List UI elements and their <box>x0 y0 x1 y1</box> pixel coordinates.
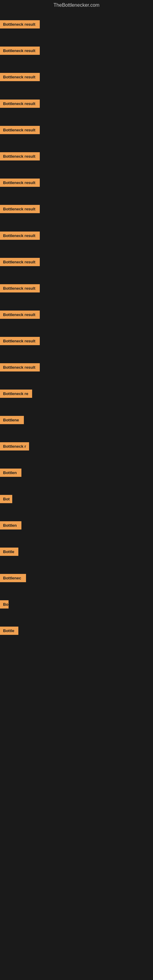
bottleneck-result-badge[interactable]: Bottleneck result <box>0 178 40 187</box>
bottleneck-row: Bottleneck result <box>0 20 153 30</box>
bottleneck-result-badge[interactable]: Bottleneck result <box>0 205 40 213</box>
bottleneck-result-badge[interactable]: Bottleneck r <box>0 442 29 450</box>
bottleneck-result-badge[interactable]: Bottleneck result <box>0 100 40 108</box>
bottleneck-result-badge[interactable]: Bottlene <box>0 416 24 424</box>
bottleneck-row: Bottleneck result <box>0 73 153 83</box>
bottleneck-row: Bottleneck result <box>0 258 153 267</box>
bottleneck-row: Bottleneck result <box>0 363 153 373</box>
bottleneck-result-badge[interactable]: Bottlen <box>0 469 21 477</box>
bottleneck-row: Bottle <box>0 627 153 636</box>
bottleneck-row: Bottleneck result <box>0 152 153 162</box>
bottleneck-result-badge[interactable]: Bottleneck result <box>0 232 40 240</box>
site-title: TheBottlenecker.com <box>0 0 153 10</box>
bottleneck-row: Bottleneck result <box>0 178 153 188</box>
bottleneck-row: Bottlene <box>0 416 153 425</box>
bottleneck-row: Bot <box>0 495 153 504</box>
bottleneck-result-badge[interactable]: Bottleneck result <box>0 310 40 319</box>
bottleneck-row: Bottleneck result <box>0 46 153 56</box>
bottleneck-row: Bottleneck result <box>0 310 153 320</box>
bottleneck-row: Bottleneck result <box>0 337 153 346</box>
bottleneck-result-badge[interactable]: Bottleneck result <box>0 152 40 161</box>
bottleneck-row: Bottlen <box>0 521 153 531</box>
bottleneck-row: Bottleneck result <box>0 232 153 241</box>
bottleneck-result-badge[interactable]: Bottleneck result <box>0 126 40 134</box>
bottleneck-row: Bottleneck result <box>0 205 153 215</box>
bottleneck-result-badge[interactable]: Bot <box>0 495 12 503</box>
bottleneck-result-badge[interactable]: Bottle <box>0 547 18 556</box>
bottleneck-result-badge[interactable]: Bottleneck result <box>0 46 40 55</box>
site-header: TheBottlenecker.com <box>0 0 153 10</box>
bottleneck-row: Bottleneck result <box>0 126 153 135</box>
bottleneck-result-badge[interactable]: Bottleneck result <box>0 337 40 345</box>
bottleneck-result-badge[interactable]: Bottlenec <box>0 574 26 582</box>
bottleneck-row: Bottleneck r <box>0 442 153 452</box>
bottleneck-result-badge[interactable]: Bottle <box>0 627 18 635</box>
bottleneck-row: Bo <box>0 600 153 610</box>
bottleneck-result-badge[interactable]: Bottleneck result <box>0 73 40 81</box>
bottleneck-row: Bottlenec <box>0 574 153 584</box>
bottleneck-result-badge[interactable]: Bottleneck re <box>0 390 32 398</box>
bottleneck-result-badge[interactable]: Bo <box>0 600 9 609</box>
bottleneck-row: Bottleneck result <box>0 100 153 109</box>
bottleneck-row: Bottleneck re <box>0 390 153 399</box>
bottleneck-row: Bottlen <box>0 469 153 478</box>
bottleneck-result-badge[interactable]: Bottleneck result <box>0 363 40 371</box>
bottleneck-row: Bottle <box>0 547 153 557</box>
bottleneck-result-badge[interactable]: Bottleneck result <box>0 284 40 293</box>
bottleneck-result-badge[interactable]: Bottleneck result <box>0 258 40 266</box>
bottleneck-result-badge[interactable]: Bottlen <box>0 521 21 530</box>
bottleneck-row: Bottleneck result <box>0 284 153 294</box>
bottleneck-result-badge[interactable]: Bottleneck result <box>0 20 40 29</box>
